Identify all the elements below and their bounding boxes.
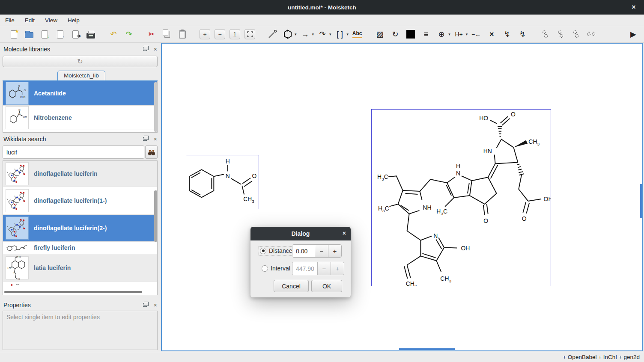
- print-button[interactable]: [85, 29, 96, 40]
- dialog-close-button[interactable]: ×: [343, 230, 346, 237]
- reaction-arrow-tool[interactable]: →: [300, 29, 311, 40]
- wikidata-close-icon[interactable]: ×: [154, 136, 157, 142]
- hydrogen-remove-tool[interactable]: −←: [471, 29, 482, 40]
- delete-tool[interactable]: ×: [486, 29, 497, 40]
- obabel-optimize-tool-3[interactable]: [570, 29, 581, 40]
- wikidata-item-label: dinoflagellate luciferin(1-): [34, 197, 107, 204]
- wikidata-vscrollbar[interactable]: [154, 190, 157, 242]
- svg-text:O: O: [511, 111, 516, 118]
- obabel-optimize-tool-2[interactable]: [555, 29, 566, 40]
- menu-help[interactable]: Help: [63, 15, 85, 25]
- bond-wedge-tool[interactable]: ↯: [501, 29, 513, 40]
- open-button[interactable]: [24, 29, 35, 40]
- tab-molsketch-lib[interactable]: Molsketch_lib: [57, 71, 105, 80]
- library-item-acetanilide[interactable]: HOCH3Acetanilide: [3, 81, 157, 106]
- ok-button[interactable]: OK: [311, 280, 342, 292]
- library-refresh-button[interactable]: ↻: [3, 56, 158, 67]
- library-vscrollbar[interactable]: [154, 82, 157, 132]
- library-tabbar: Molsketch_lib: [3, 70, 158, 81]
- interval-decrement-button[interactable]: −: [317, 262, 331, 275]
- left-dock: Molecule libraries × ↻ Molsketch_lib HOC…: [0, 43, 161, 352]
- distance-increment-button[interactable]: +: [328, 245, 341, 257]
- hydrogen-add-tool-dropdown[interactable]: ▾: [466, 32, 468, 36]
- obabel-optimize-tool-1[interactable]: [540, 29, 551, 40]
- wikidata-item-dinoflagellate-luciferin-2[interactable]: dinoflagellate luciferin(2-): [3, 215, 157, 242]
- charge-tool-dropdown[interactable]: ▾: [448, 32, 450, 36]
- text-tool[interactable]: Abc: [352, 29, 363, 40]
- properties-float-icon[interactable]: [143, 303, 147, 307]
- zoom-fit-button[interactable]: [244, 29, 255, 39]
- wikidata-item-dinoflagellate-luciferin-1[interactable]: dinoflagellate luciferin(1-): [3, 187, 157, 215]
- wikidata-float-icon[interactable]: [143, 137, 147, 141]
- save-button[interactable]: ↓: [39, 29, 50, 40]
- molecule-luciferin[interactable]: HOOCH3HNHNH3CH3CNHH3COOHOOHNCH3CH2: [371, 109, 551, 286]
- distance-value-field[interactable]: 0.00: [292, 245, 315, 257]
- wikidata-search-button[interactable]: [145, 145, 158, 159]
- obabel-optimize-tool-4[interactable]: [586, 29, 597, 40]
- distance-decrement-button[interactable]: −: [315, 245, 328, 257]
- menu-edit[interactable]: Edit: [20, 15, 40, 25]
- charge-tool[interactable]: ⊕: [436, 29, 447, 40]
- draw-bond-tool[interactable]: [267, 29, 278, 40]
- reaction-arrow-tool-dropdown[interactable]: ▾: [312, 32, 314, 36]
- color-swatch-button[interactable]: [405, 29, 416, 40]
- wikidata-search-input[interactable]: [3, 145, 144, 159]
- hydrogen-add-tool[interactable]: H+: [453, 29, 465, 40]
- canvas-hscroll-thumb[interactable]: [399, 348, 455, 350]
- drawing-canvas[interactable]: HNOCH3: [161, 43, 643, 351]
- library-item-nitrobenzene[interactable]: ONOHNitrobenzene: [3, 106, 157, 130]
- libraries-float-icon[interactable]: [143, 47, 147, 51]
- cut-button[interactable]: ✂: [146, 29, 157, 40]
- toolbar: ★↓→➔↶↷✂+−1▾→▾↷▾[ ]▾Abc▨↻≡⊕▾H+▾−←×↯↯▶: [0, 26, 644, 43]
- svg-text:O: O: [24, 89, 26, 92]
- distance-radio-label: Distance: [269, 247, 292, 254]
- import-button[interactable]: →: [54, 29, 66, 40]
- properties-close-icon[interactable]: ×: [154, 302, 157, 308]
- libraries-close-icon[interactable]: ×: [154, 46, 157, 52]
- line-width-button[interactable]: ≡: [420, 29, 432, 40]
- zoom-out-button[interactable]: −: [215, 29, 225, 39]
- paste-button[interactable]: [177, 29, 188, 40]
- wikidata-item-dinoflagellate-luciferin[interactable]: dinoflagellate luciferin: [3, 161, 157, 187]
- interval-increment-button[interactable]: +: [331, 262, 344, 275]
- rotate-tool[interactable]: ↻: [390, 29, 401, 40]
- dialog-titlebar[interactable]: Dialog ×: [250, 227, 351, 240]
- redo-button[interactable]: ↷: [123, 29, 134, 40]
- svg-text:H3C: H3C: [436, 208, 447, 216]
- wikidata-hscrollbar[interactable]: [4, 291, 142, 293]
- zoom-in-button[interactable]: +: [200, 29, 210, 39]
- export-button[interactable]: ➔: [70, 29, 81, 40]
- ring-tool-dropdown[interactable]: ▾: [295, 32, 297, 36]
- window-titlebar[interactable]: untitled.mol* - Molsketch ×: [0, 0, 644, 15]
- refresh-icon: ↻: [77, 57, 83, 65]
- canvas-vscroll-thumb[interactable]: [640, 184, 642, 218]
- svg-text:N: N: [456, 170, 460, 177]
- dialog-title: Dialog: [292, 230, 310, 237]
- molecule-acetanilide[interactable]: HNOCH3: [186, 155, 259, 209]
- bracket-tool-dropdown[interactable]: ▾: [347, 32, 349, 36]
- dialog-window[interactable]: Dialog × Distance 0.00 − + Interval 447.…: [250, 227, 351, 297]
- svg-text:H3C: H3C: [377, 173, 388, 181]
- menu-file[interactable]: File: [0, 15, 20, 25]
- svg-text:O: O: [522, 215, 527, 222]
- selection-tool[interactable]: ▨: [374, 29, 385, 40]
- interval-radio[interactable]: [262, 265, 268, 272]
- toolbar-overflow-button[interactable]: ▶: [628, 29, 639, 40]
- zoom-original-button[interactable]: 1: [230, 29, 240, 39]
- wikidata-item-partial[interactable]: [3, 282, 157, 289]
- menu-view[interactable]: View: [40, 15, 63, 25]
- new-file-button[interactable]: ★: [8, 29, 19, 40]
- curved-arrow-tool[interactable]: ↷: [317, 29, 328, 40]
- interval-value-field[interactable]: 447.90: [292, 262, 317, 275]
- bracket-tool[interactable]: [ ]: [334, 29, 346, 40]
- undo-button[interactable]: ↶: [108, 29, 119, 40]
- window-close-button[interactable]: ×: [629, 3, 638, 11]
- distance-radio[interactable]: [260, 248, 266, 254]
- wikidata-item-firefly-luciferin[interactable]: firefly luciferin: [3, 242, 157, 254]
- bond-hash-tool[interactable]: ↯: [517, 29, 528, 40]
- copy-button[interactable]: [161, 29, 173, 40]
- cancel-button[interactable]: Cancel: [274, 280, 309, 292]
- ring-tool[interactable]: [282, 29, 293, 40]
- wikidata-item-latia-luciferin[interactable]: CH3H3CNOlatia luciferin: [3, 254, 157, 282]
- curved-arrow-tool-dropdown[interactable]: ▾: [329, 32, 331, 36]
